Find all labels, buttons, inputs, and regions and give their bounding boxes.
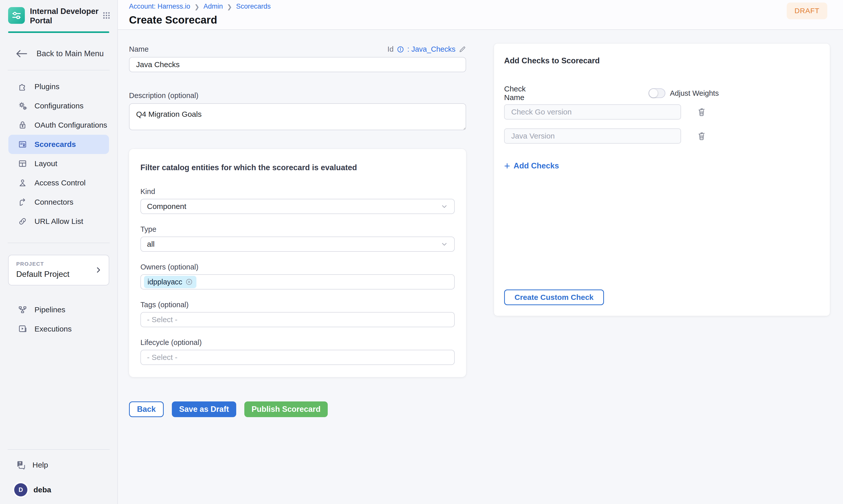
breadcrumb-admin-link[interactable]: Admin [204,2,223,11]
chevron-right-icon: ❯ [227,3,232,11]
sidebar-item-layout[interactable]: Layout [8,154,109,173]
owner-chip: idpplayacc [144,276,196,288]
save-as-draft-button[interactable]: Save as Draft [172,401,236,417]
info-icon[interactable] [397,46,404,53]
remove-chip-icon[interactable] [185,278,193,286]
chevron-down-icon [440,203,448,210]
sidebar: Internal Developer Portal Back to Main M… [0,0,118,504]
form-actions: Back Save as Draft Publish Scorecard [129,401,466,417]
scorecard-form: Name Id : Java_Checks [129,45,466,504]
layout-icon [17,159,28,168]
link-icon [17,217,28,226]
project-selector[interactable]: PROJECT Default Project [8,255,109,285]
sidebar-item-label: Plugins [34,82,59,91]
breadcrumb-scorecards-link[interactable]: Scorecards [236,2,271,11]
help-button[interactable]: ? Help [16,460,117,470]
back-to-main-menu[interactable]: Back to Main Menu [16,49,117,58]
person-icon [17,178,28,188]
sidebar-item-url-allow-list[interactable]: URL Allow List [8,212,109,231]
execution-icon [17,324,28,334]
sidebar-item-oauth-configurations[interactable]: OAuth Configurations [8,115,109,135]
delete-check-icon[interactable] [696,107,707,117]
owners-label: Owners (optional) [140,263,455,271]
adjust-weights-group: Adjust Weights [649,88,719,98]
plus-icon: + [504,162,510,170]
app-switcher-grid-icon[interactable] [102,11,111,20]
breadcrumb: Account: Harness.io ❯ Admin ❯ Scorecards [129,2,827,11]
check-name-label: Check Name [504,85,547,102]
project-nav: Pipelines Executions [0,300,117,339]
toggle-knob [649,89,658,97]
add-checks-panel: Add Checks to Scorecard Check Name Adjus… [494,43,830,316]
sidebar-item-pipelines[interactable]: Pipelines [8,300,109,319]
id-label: Id [388,45,393,53]
avatar: D [14,483,28,497]
check-select-1[interactable]: Check Go version [504,104,681,120]
type-select[interactable]: all [140,237,455,252]
page-header: Account: Harness.io ❯ Admin ❯ Scorecards… [118,0,843,30]
name-input[interactable] [129,57,466,72]
owners-input[interactable]: idpplayacc [140,274,455,289]
chevron-right-icon [94,266,102,274]
status-badge: DRAFT [787,2,827,19]
sidebar-item-scorecards[interactable]: Scorecards [8,135,109,154]
app-title: Internal Developer Portal [30,6,102,25]
id-row: Id : Java_Checks [388,45,466,53]
adjust-weights-label: Adjust Weights [670,89,719,97]
sidebar-item-connectors[interactable]: Connectors [8,193,109,212]
name-label: Name [129,45,148,53]
lifecycle-placeholder: - Select - [147,353,448,362]
user-menu[interactable]: D deba [14,483,117,497]
user-name: deba [33,486,51,494]
add-checks-title: Add Checks to Scorecard [504,56,820,65]
back-button[interactable]: Back [129,401,164,417]
add-checks-button[interactable]: + Add Checks [504,161,559,170]
adjust-weights-toggle[interactable] [649,88,665,98]
sidebar-item-plugins[interactable]: Plugins [8,77,109,96]
main-area: Account: Harness.io ❯ Admin ❯ Scorecards… [118,0,843,504]
harness-idp-logo [8,7,25,24]
sidebar-divider [7,70,110,70]
check-name-row: Check Name Adjust Weights [504,85,820,102]
id-value-link[interactable]: : Java_Checks [407,45,455,53]
help-label: Help [32,461,48,469]
owner-chip-text: idpplayacc [147,278,182,286]
sidebar-item-label: Scorecards [34,140,76,149]
project-name: Default Project [16,269,94,279]
tags-select[interactable]: - Select - [140,312,455,327]
type-value: all [147,240,440,249]
help-chat-icon: ? [16,460,26,470]
sidebar-item-label: Access Control [34,179,86,187]
filter-card: Filter catalog entities for which the sc… [129,149,466,377]
edit-pencil-icon[interactable] [458,46,466,53]
sidebar-item-executions[interactable]: Executions [8,319,109,339]
back-to-main-menu-label: Back to Main Menu [36,49,104,58]
connector-icon [17,197,28,207]
type-label: Type [140,225,455,234]
sidebar-item-label: Pipelines [34,305,65,314]
description-textarea[interactable]: Q4 Migration Goals [129,103,466,130]
breadcrumb-account-link[interactable]: Account: Harness.io [129,2,190,11]
delete-check-icon[interactable] [696,131,707,141]
pipeline-icon [17,305,28,314]
brand-divider [8,31,109,33]
admin-nav: Plugins Configurations OAut [0,77,117,231]
lifecycle-label: Lifecycle (optional) [140,338,455,347]
publish-scorecard-button[interactable]: Publish Scorecard [244,401,328,417]
create-custom-check-button[interactable]: Create Custom Check [504,289,604,305]
lock-icon [17,120,28,130]
lifecycle-select[interactable]: - Select - [140,350,455,365]
sidebar-item-label: URL Allow List [34,217,83,226]
check-row: Java Version [504,128,820,144]
sidebar-item-access-control[interactable]: Access Control [8,173,109,193]
tags-label: Tags (optional) [140,301,455,309]
sidebar-item-configurations[interactable]: Configurations [8,96,109,115]
page-title: Create Scorecard [129,14,827,26]
sidebar-item-label: Layout [34,159,57,168]
check-select-2[interactable]: Java Version [504,128,681,144]
kind-select[interactable]: Component [140,199,455,214]
project-label: PROJECT [16,261,94,267]
content: Name Id : Java_Checks [118,30,843,504]
add-checks-label: Add Checks [513,161,559,170]
chevron-right-icon: ❯ [194,3,199,11]
